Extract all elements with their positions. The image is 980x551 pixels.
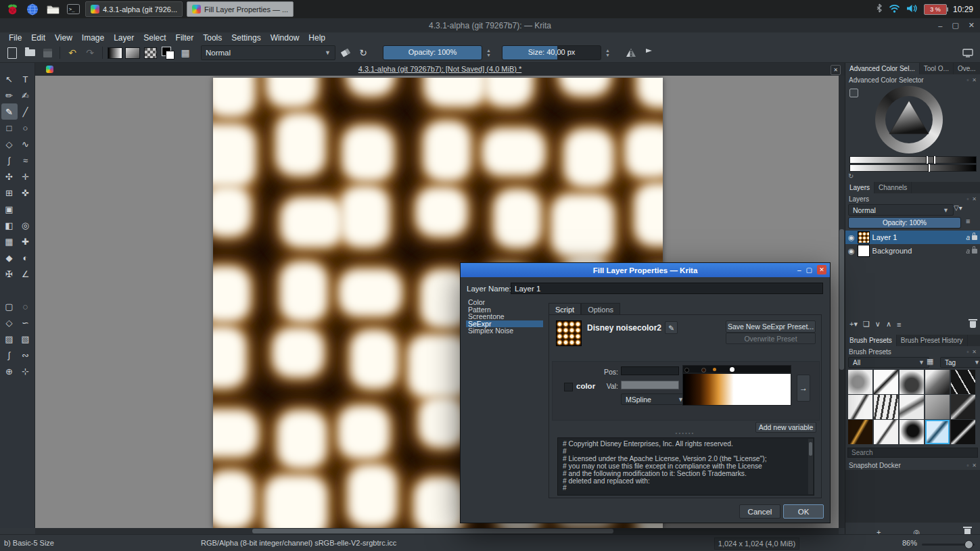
pos-input[interactable] [621,366,679,375]
redo-icon[interactable]: ↷ [83,45,97,60]
tab-layers[interactable]: Layers [845,182,874,193]
minimize-button[interactable]: – [938,22,942,30]
gradient-stop-selected[interactable] [730,367,734,372]
close-docker-icon[interactable]: ✕ [972,349,977,355]
script-editor[interactable]: # Copyright Disney Enterprises, Inc. All… [557,437,814,496]
layer-properties-button[interactable]: ≡ [897,320,901,329]
brush-preset[interactable] [900,395,924,419]
save-new-preset-button[interactable]: Save New SeExpr Preset... [726,320,816,333]
generator-simplex-noise[interactable]: Simplex Noise [466,327,543,335]
color-wheel[interactable] [875,86,943,153]
battery-indicator[interactable]: 3 % [924,4,947,15]
brush-preset[interactable] [900,370,924,394]
expand-gradient-icon[interactable]: → [797,375,810,402]
generator-screentone[interactable]: Screentone [466,313,543,320]
dialog-minimize-button[interactable]: – [797,266,801,274]
scrollbar-thumb[interactable] [252,529,614,533]
zoom-slider-handle[interactable] [964,540,973,549]
tool-multibrush[interactable]: ✛ [18,168,34,185]
opacity-spinner[interactable]: ▲▼ [485,46,492,59]
layer-name[interactable]: Background [872,247,912,255]
gradient-stop[interactable] [713,368,716,371]
terminal-icon[interactable]: >_ [65,2,81,17]
tool-freehand-brush[interactable]: ✎ [1,103,18,120]
duplicate-layer-button[interactable]: ❏ [863,320,870,329]
display-mode-icon[interactable]: ▦ [927,357,933,366]
splitter-handle[interactable]: •••••• [549,430,821,436]
tab-overview[interactable]: Ove... [954,63,980,74]
interpolation-combo[interactable]: MSpline▼ [621,393,689,405]
saturation-gradient-bar[interactable] [849,164,977,172]
tab-brush-presets[interactable]: Brush Presets [845,335,897,346]
tool-color-sampler[interactable]: ◎ [18,217,34,233]
value-gradient-bar[interactable] [849,156,977,164]
brush-preset[interactable] [874,420,898,444]
menu-view[interactable]: View [50,32,77,43]
tool-line[interactable]: ╱ [18,103,34,120]
brush-preset[interactable] [848,370,872,394]
tool-move[interactable]: ✜ [18,185,34,201]
layer-row-background[interactable]: ◉ Background a [845,244,980,258]
reload-preset-icon[interactable]: ↻ [356,45,371,60]
document-title[interactable]: 4.3.1-alpha (git 79267b7): [Not Saved] (… [35,65,845,73]
move-layer-up-button[interactable]: ∧ [886,320,891,329]
tab-advanced-color-selector[interactable]: Advanced Color Sel... [845,63,920,74]
canvas-only-icon[interactable] [960,45,975,60]
brush-preset[interactable] [900,420,924,444]
layer-row-layer1[interactable]: ◉ Layer 1 a [845,231,980,244]
val-input[interactable] [621,381,679,389]
restore-button[interactable]: ▢ [952,21,958,30]
layer-lock-icon[interactable] [972,249,977,254]
tool-ellipse-select[interactable]: ◌ [18,298,34,314]
close-document-icon[interactable]: ✕ [831,65,841,75]
file-manager-icon[interactable] [45,2,61,17]
horizontal-scrollbar[interactable] [35,528,839,534]
size-spinner[interactable]: ▲▼ [604,46,611,59]
taskbar-window-krita[interactable]: 4.3.1-alpha (git 7926... [85,1,183,17]
dialog-close-button[interactable]: ✕ [817,265,826,274]
visibility-eye-icon[interactable]: ◉ [848,233,855,242]
menu-file[interactable]: File [4,32,26,43]
tool-colorize-mask[interactable]: ◐ [18,249,34,266]
alpha-inherit-icon[interactable]: a [966,234,970,241]
menu-filter[interactable]: Filter [171,32,199,43]
dialog-maximize-button[interactable]: ▢ [806,266,812,274]
scrollbar-thumb[interactable] [839,229,844,369]
float-docker-icon[interactable]: ▫ [966,77,969,83]
gradient-stop[interactable] [701,368,706,373]
tool-crop[interactable]: ▣ [1,201,18,217]
tab-channels[interactable]: Channels [874,182,912,193]
size-slider[interactable]: Size: 40,00 px [502,45,601,60]
brush-preset[interactable] [848,420,872,444]
tool-freehand-select[interactable]: ∽ [18,314,34,331]
tool-select-shapes[interactable]: ↖ [1,71,18,87]
layer-lock-icon[interactable] [972,235,977,240]
tool-freehand-path[interactable]: ≈ [18,152,34,168]
tool-ellipse[interactable]: ○ [18,120,34,136]
tab-options[interactable]: Options [581,303,620,315]
volume-icon[interactable] [906,4,918,15]
tool-assistants[interactable]: ✠ [1,266,18,282]
move-layer-down-button[interactable]: ∨ [875,320,881,329]
browser-globe-icon[interactable] [24,2,41,17]
brush-preset[interactable] [874,395,898,419]
tool-calligraphy[interactable]: ✍ [18,87,34,103]
tool-polyline[interactable]: ∿ [18,136,34,152]
overwrite-preset-button[interactable]: Overwrite Preset [726,333,816,344]
float-docker-icon[interactable]: ▫ [966,462,969,469]
undo-icon[interactable]: ↶ [65,45,80,60]
layer-thumbnail[interactable] [858,231,870,243]
pattern-chooser-icon[interactable] [143,45,158,60]
tool-contiguous-select[interactable]: ▨ [1,331,18,347]
layer-thumbnail[interactable] [858,245,870,257]
preset-thumbnail[interactable] [556,320,582,346]
vertical-scrollbar[interactable] [839,76,845,528]
tab-brush-preset-history[interactable]: Brush Preset History [897,335,968,346]
opacity-slider[interactable]: Opacity: 100% [383,45,482,60]
brush-preset[interactable] [925,395,950,419]
variable-checkbox[interactable] [564,383,573,391]
tool-polygon-select[interactable]: ◇ [1,314,18,331]
tool-gradient[interactable]: ◧ [1,217,18,233]
gradient-stop[interactable] [684,368,689,373]
gradient-preview[interactable] [682,373,791,406]
